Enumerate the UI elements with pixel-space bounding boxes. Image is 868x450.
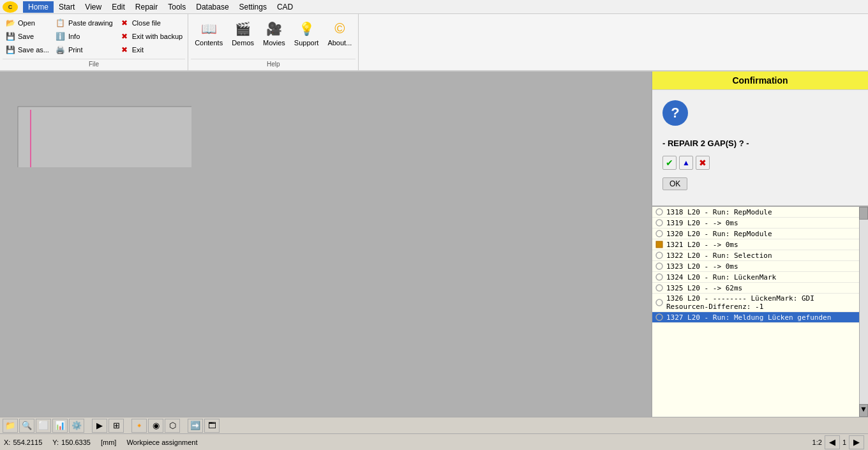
log-row[interactable]: 1324 L20 - Run: LückenMark [652,272,859,283]
drawing-svg: Y X [0,71,191,167]
log-row[interactable]: 1319 L20 - -> 0ms [652,218,859,229]
log-row-icon [655,207,664,216]
ribbon-help-content: 📖 Contents 🎬 Demos 🎥 Movies 💡 Support © … [191,17,355,57]
confirmation-header: Confirmation [652,71,868,90]
print-button[interactable]: 🖨️ Print [53,43,116,56]
question-icon: ? [662,100,688,126]
log-row-text: 1318 L20 - Run: RepModule [666,208,772,216]
paste-drawing-button[interactable]: 📋 Paste drawing [53,17,116,29]
ribbon-file-right: 📋 Paste drawing ℹ️ Info 🖨️ Print [53,17,116,56]
demos-icon: 🎬 [233,19,253,39]
toolbar-circle[interactable]: ◉ [148,419,163,433]
toolbar-search[interactable]: 🔍 [19,419,34,433]
toolbar-box[interactable]: ⬜ [36,419,51,433]
svg-point-27 [656,314,662,320]
toolbar-diamond[interactable]: 🔸 [131,419,147,433]
close-file-button[interactable]: ✖ Close file [117,17,185,29]
x-coord-section: X: 554.2115 [4,439,42,446]
canvas-area[interactable]: Y X [0,71,651,417]
log-row[interactable]: 1326 L20 - -------- LückenMark: GDI Reso… [652,294,859,312]
support-button[interactable]: 💡 Support [290,17,323,49]
svg-point-19 [656,220,662,226]
log-row-text: 1327 L20 - Run: Meldung Lücken gefunden [666,313,831,322]
menu-database[interactable]: Database [191,1,234,13]
exit-icon: ✖ [119,45,130,55]
save-as-button[interactable]: 💾 Save as... [3,43,52,56]
log-row[interactable]: 1320 L20 - Run: RepModule [652,229,859,239]
confirmation-body: ? - REPAIR 2 GAP(S) ? - ✔ ▲ ✖ OK [652,90,868,200]
menu-settings[interactable]: Settings [234,1,272,13]
log-row[interactable]: 1323 L20 - -> 0ms [652,261,859,272]
statusbar: X: 554.2115 Y: 150.6335 [mm] Workpiece a… [0,433,868,450]
log-row-icon [655,313,664,322]
log-row[interactable]: 1322 L20 - Run: Selection [652,250,859,261]
open-button[interactable]: 📂 Open [3,17,52,29]
svg-point-20 [656,230,662,237]
app-logo: C [3,1,18,13]
unit-label: [mm] [101,439,116,446]
log-row-icon [655,298,664,307]
toolbar-gear[interactable]: ⚙️ [69,419,84,433]
page-left[interactable]: ◀ [825,435,840,449]
open-icon: 📂 [5,18,15,28]
ribbon-file-far: ✖ Close file ✖ Exit with backup ✖ Exit [117,17,185,56]
menu-home[interactable]: Home [23,1,54,13]
status-text: Workpiece assignment [126,439,197,446]
menu-cad[interactable]: CAD [272,1,298,13]
menu-view[interactable]: View [80,1,107,13]
log-row-text: 1326 L20 - -------- LückenMark: GDI Reso… [666,294,857,311]
y-coord-section: Y: 150.6335 [52,439,91,446]
log-row-icon [655,273,664,281]
about-button[interactable]: © About... [324,17,355,49]
log-row[interactable]: 1325 L20 - -> 62ms [652,283,859,294]
svg-point-25 [656,285,662,291]
info-button[interactable]: ℹ️ Info [53,30,116,43]
confirm-up-button[interactable]: ▲ [679,156,693,170]
save-button[interactable]: 💾 Save [3,30,52,43]
x-value: 554.2115 [13,439,42,446]
ribbon-file-content: 📂 Open 💾 Save 💾 Save as... 📋 Paste drawi… [3,17,185,57]
main-layout: Y X Confirmation ? - REPAIR 2 GAP(S) ? -… [0,71,868,417]
contents-button[interactable]: 📖 Contents [191,17,227,49]
log-row-text: 1323 L20 - -> 0ms [666,262,738,271]
exit-backup-button[interactable]: ✖ Exit with backup [117,30,185,43]
log-row-text: 1324 L20 - Run: LückenMark [666,273,776,281]
page-label: 1 [842,439,846,446]
toolbar-window[interactable]: 🗔 [204,419,220,433]
log-row-icon [655,283,664,292]
log-row[interactable]: 1318 L20 - Run: RepModule [652,207,859,218]
menu-start[interactable]: Start [54,1,80,13]
ok-button[interactable]: OK [662,177,687,190]
exit-button[interactable]: ✖ Exit [117,43,185,56]
menu-repair[interactable]: Repair [130,1,163,13]
menu-tools[interactable]: Tools [163,1,191,13]
ribbon-file-left: 📂 Open 💾 Save 💾 Save as... [3,17,52,56]
contents-icon: 📖 [198,19,219,39]
toolbar-arrow-right[interactable]: ➡️ [188,419,203,433]
toolbar-open[interactable]: 📁 [3,419,18,433]
log-row-icon [655,251,664,260]
svg-point-26 [656,299,662,306]
menu-edit[interactable]: Edit [107,1,130,13]
toolbar-chart[interactable]: 📊 [52,419,68,433]
page-right[interactable]: ▶ [849,435,864,449]
log-scrollbar[interactable]: ▼ [859,207,868,417]
movies-button[interactable]: 🎥 Movies [259,17,289,49]
confirmation-buttons: ✔ ▲ ✖ [662,156,858,170]
confirm-no-button[interactable]: ✖ [696,156,710,170]
log-row[interactable]: 1321 L20 - -> 0ms [652,239,859,250]
y-value: 150.6335 [61,439,91,446]
right-panel: Confirmation ? - REPAIR 2 GAP(S) ? - ✔ ▲… [651,71,868,417]
toolbar-polygon[interactable]: ⬡ [165,419,180,433]
log-row-text: 1325 L20 - -> 62ms [666,284,742,292]
toolbar-play[interactable]: ▶ [92,419,107,433]
print-icon: 🖨️ [56,45,66,55]
log-row[interactable]: 1327 L20 - Run: Meldung Lücken gefunden [652,312,859,323]
ribbon-file-group: 📂 Open 💾 Save 💾 Save as... 📋 Paste drawi… [0,14,188,70]
confirmation-message: - REPAIR 2 GAP(S) ? - [662,139,858,148]
log-content[interactable]: 1318 L20 - Run: RepModule1319 L20 - -> 0… [652,207,859,417]
about-icon: © [329,19,350,39]
demos-button[interactable]: 🎬 Demos [228,17,258,49]
confirm-yes-button[interactable]: ✔ [662,156,677,170]
toolbar-grid[interactable]: ⊞ [108,419,124,433]
